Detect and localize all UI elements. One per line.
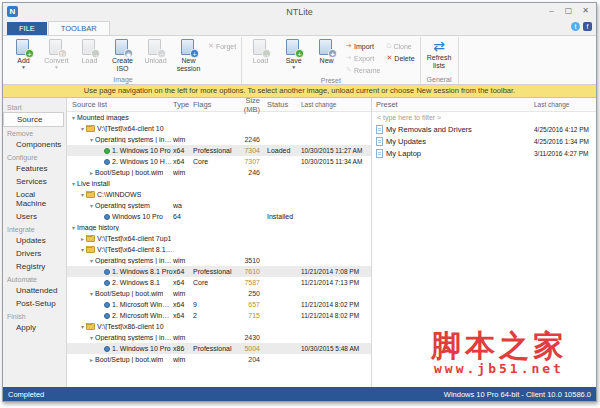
sidebar-item-drivers[interactable]: Drivers	[3, 247, 64, 260]
row-name-cell: ▾Mounted images	[67, 114, 173, 121]
row-name-cell: 1. Microsoft Windows PE (x64)	[67, 301, 173, 308]
save-button[interactable]: +Save▼	[277, 37, 310, 69]
col-type[interactable]: Type	[173, 100, 193, 109]
table-row[interactable]: 2. Windows 10 Homex64Core730710/30/2015 …	[67, 156, 371, 167]
expander-open-icon[interactable]: ▾	[70, 114, 77, 121]
sidebar-item-local-machine[interactable]: Local Machine	[3, 188, 64, 210]
table-row[interactable]: ▸Boot/Setup | boot.wimwim204	[67, 354, 371, 365]
delete-button[interactable]: ✕Delete	[383, 52, 417, 64]
col-source-list[interactable]: Source list	[67, 100, 173, 109]
sidebar-item-features[interactable]: Features	[3, 162, 64, 175]
table-row[interactable]: ▾Operating systems | install.wimwim3510	[67, 255, 371, 266]
table-row[interactable]: ▾Operating systems | install.wimwim2430	[67, 332, 371, 343]
button-label: Refresh lists	[423, 54, 456, 69]
table-row[interactable]: ▾Live install	[67, 178, 371, 189]
twitter-icon[interactable]: t	[571, 22, 580, 31]
table-row[interactable]: 1. Microsoft Windows PE (x64)x64965711/2…	[67, 299, 371, 310]
table-row[interactable]: ▾C:\WINDOWS	[67, 189, 371, 200]
table-row[interactable]: ▾Operating systemwa	[67, 200, 371, 211]
convert-button: ↻Convert▼	[40, 37, 73, 69]
expander-open-icon[interactable]: ▾	[79, 125, 86, 132]
table-row[interactable]: ▸V:\[Test]\x64-client 7up1	[67, 233, 371, 244]
col-flags[interactable]: Flags	[193, 100, 233, 109]
button-label: Delete	[394, 55, 414, 62]
row-label: V:\[Test]\x64-client 7up1	[97, 235, 171, 242]
expander-open-icon[interactable]: ▾	[70, 180, 77, 187]
table-row[interactable]: 1. Windows 10 Prox86Professional500410/3…	[67, 343, 371, 354]
create-iso-button[interactable]: ◉Create ISO	[106, 37, 139, 72]
import-button[interactable]: ➜Import	[343, 40, 383, 52]
table-row[interactable]: ▾Operating systems | install.wimwim2246	[67, 134, 371, 145]
table-row[interactable]: ▾V:\[Test]\x86-client 10	[67, 321, 371, 332]
row-label: 2. Windows 10 Home	[112, 158, 173, 165]
blue-icon	[104, 302, 110, 308]
table-row[interactable]: ▾Mounted images	[67, 112, 371, 123]
clone-button: ⧉Clone	[383, 40, 417, 52]
table-row[interactable]: Windows 10 Pro64Installed	[67, 211, 371, 222]
sidebar-item-source[interactable]: Source	[3, 112, 64, 127]
expander-closed-icon[interactable]: ▸	[88, 356, 95, 363]
close-button[interactable]: ✕	[577, 3, 594, 18]
badge-icon: +	[190, 49, 199, 58]
row-label: Operating system	[95, 202, 150, 209]
expander-open-icon[interactable]: ▾	[88, 202, 95, 209]
sidebar-item-services[interactable]: Services	[3, 175, 64, 188]
col-preset[interactable]: Preset	[372, 100, 534, 109]
sidebar-item-updates[interactable]: Updates	[3, 234, 64, 247]
table-row[interactable]: ▾V:\[Test]\x64-client 8.1.2.msdn	[67, 244, 371, 255]
col-last-change[interactable]: Last change	[301, 101, 371, 108]
expander-open-icon[interactable]: ▾	[88, 257, 95, 264]
expander-open-icon[interactable]: ▾	[88, 136, 95, 143]
minimize-button[interactable]: –	[543, 3, 560, 18]
sidebar-item-unattended[interactable]: Unattended	[3, 284, 64, 297]
sidebar-item-apply[interactable]: Apply	[3, 321, 64, 334]
table-row[interactable]: ▸Boot/Setup | boot.wimwim246	[67, 167, 371, 178]
expander-open-icon[interactable]: ▾	[79, 323, 86, 330]
facebook-icon[interactable]: f	[583, 22, 592, 31]
expander-open-icon[interactable]: ▾	[70, 224, 77, 231]
row-size-cell: 7610	[233, 268, 263, 275]
col-status[interactable]: Status	[263, 100, 301, 109]
row-name-cell: 1. Windows 10 Pro	[67, 147, 173, 154]
expander-closed-icon[interactable]: ▸	[79, 235, 86, 242]
table-row[interactable]: 2. Windows 8.1x64Core758711/21/2014 7:13…	[67, 277, 371, 288]
table-row[interactable]: 2. Microsoft Windows Setup (x64)x6427151…	[67, 310, 371, 321]
sidebar-item-post-setup[interactable]: Post-Setup	[3, 297, 64, 310]
table-row[interactable]: 1. Windows 8.1 Prox64Professional761011/…	[67, 266, 371, 277]
row-label: V:\[Test]\x64-client 8.1.2.msdn	[97, 246, 173, 253]
preset-label: My Updates	[386, 137, 426, 146]
expander-open-icon[interactable]: ▾	[88, 334, 95, 341]
preset-file-icon	[376, 125, 383, 134]
preset-row[interactable]: My Removals and Drivers4/25/2016 4:12 PM	[372, 123, 596, 135]
new-session-button[interactable]: +New session	[172, 37, 205, 72]
new-button[interactable]: ✦New	[310, 37, 343, 65]
expander-open-icon[interactable]: ▾	[88, 290, 95, 297]
preset-row[interactable]: My Updates4/25/2016 1:34 PM	[372, 135, 596, 147]
expander-closed-icon[interactable]: ▸	[88, 169, 95, 176]
tab-file[interactable]: FILE	[7, 22, 47, 35]
refresh-lists-button[interactable]: ⇄Refresh lists	[423, 37, 456, 69]
row-type-cell: wim	[173, 169, 193, 176]
nav-sidebar: StartSourceRemoveComponentsConfigureFeat…	[3, 98, 67, 387]
tab-toolbar[interactable]: TOOLBAR	[48, 21, 110, 35]
preset-row[interactable]: My Laptop3/11/2016 4:27 PM	[372, 147, 596, 159]
button-label: Create ISO	[106, 57, 139, 72]
sidebar-item-users[interactable]: Users	[3, 210, 64, 223]
table-row[interactable]: ▾Image history	[67, 222, 371, 233]
badge-icon: →	[262, 49, 271, 58]
expander-open-icon[interactable]: ▾	[79, 246, 86, 253]
sidebar-item-components[interactable]: Components	[3, 138, 64, 151]
maximize-button[interactable]: ▢	[560, 3, 577, 18]
new-session-icon: +	[181, 39, 196, 56]
chevron-down-icon: ▼	[54, 65, 59, 69]
row-label: Windows 10 Pro	[112, 213, 163, 220]
preset-filter-input[interactable]: < type here to filter >	[372, 112, 596, 123]
add-button[interactable]: +Add▼	[7, 37, 40, 69]
col-preset-last-change[interactable]: Last change	[534, 101, 596, 108]
sidebar-item-registry[interactable]: Registry	[3, 260, 64, 273]
table-row[interactable]: ▾V:\[Test]\x64-client 10	[67, 123, 371, 134]
table-row[interactable]: ▾Boot/Setup | boot.wimwim250	[67, 288, 371, 299]
table-row[interactable]: 1. Windows 10 Prox64Professional7304Load…	[67, 145, 371, 156]
blue-icon	[104, 269, 110, 275]
expander-open-icon[interactable]: ▾	[79, 191, 86, 198]
